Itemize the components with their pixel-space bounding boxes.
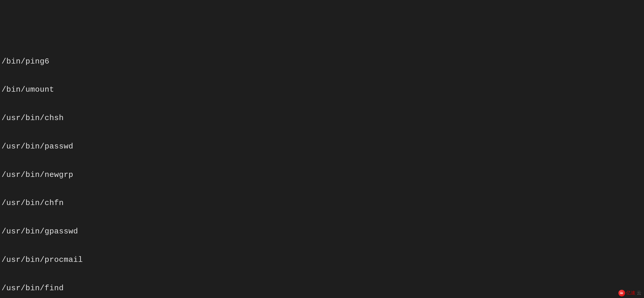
output-line: /usr/bin/find	[2, 284, 642, 293]
watermark-text: 云	[637, 290, 642, 296]
output-line: /usr/bin/gpasswd	[2, 227, 642, 236]
watermark-text: 亿速	[626, 290, 636, 296]
watermark-logo-icon	[618, 290, 625, 296]
output-line: /usr/bin/chsh	[2, 113, 642, 123]
output-line: /usr/bin/procmail	[2, 255, 642, 265]
watermark-badge: 亿速云	[618, 290, 642, 296]
output-line: /usr/bin/newgrp	[2, 170, 642, 180]
output-line: /usr/bin/passwd	[2, 142, 642, 151]
output-line: /usr/bin/chfn	[2, 198, 642, 208]
output-line: /bin/umount	[2, 85, 642, 95]
output-line: /bin/ping6	[2, 57, 642, 66]
terminal-output[interactable]: /bin/ping6 /bin/umount /usr/bin/chsh /us…	[2, 38, 642, 298]
